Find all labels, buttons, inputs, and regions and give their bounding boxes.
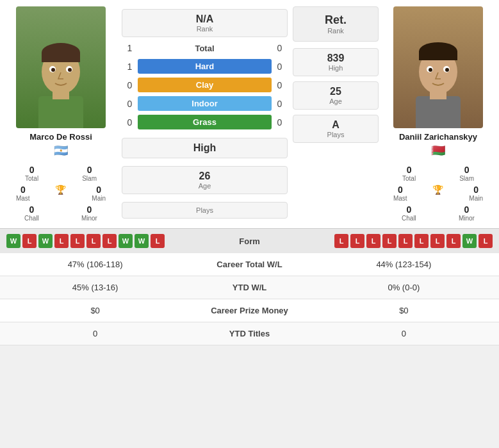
right-mast-label: Mast: [393, 195, 407, 202]
clay-row: 0 Clay 0: [122, 78, 288, 92]
svg-point-8: [68, 68, 72, 72]
right-slam-value: 0: [464, 165, 470, 175]
right-main-value: 0: [473, 185, 479, 195]
form-badge-left: L: [86, 234, 101, 248]
right-main-label: Main: [469, 195, 483, 202]
right-age-box: 25 Age: [293, 81, 379, 110]
total-right-score: 0: [272, 43, 288, 53]
right-player-flag: 🇧🇾: [431, 144, 445, 158]
left-chall-value: 0: [29, 204, 35, 215]
stat-center-label: Career Prize Money: [190, 299, 309, 322]
right-minor-label: Minor: [459, 215, 475, 222]
left-total-label: Total: [25, 175, 38, 182]
form-label: Form: [211, 236, 288, 246]
form-badge-right: L: [479, 234, 493, 248]
total-row: 1 Total 0: [122, 43, 288, 53]
left-trophy-icon: 🏆: [55, 185, 66, 195]
right-trophy-icon: 🏆: [432, 185, 443, 195]
svg-point-17: [445, 68, 449, 72]
hard-button[interactable]: Hard: [138, 59, 272, 74]
stat-left-value: 47% (106-118): [0, 253, 190, 276]
form-badge-right: L: [414, 234, 429, 248]
right-high-label: High: [329, 64, 343, 72]
indoor-right-score: 0: [272, 99, 288, 109]
stat-left-value: 0: [0, 322, 190, 345]
hard-left-score: 1: [122, 62, 138, 72]
form-badge-right: L: [334, 234, 348, 248]
svg-point-7: [51, 68, 55, 72]
main-container: Marco De Rossi 🇦🇷 0 Total 0 Slam 0: [0, 0, 499, 345]
stat-left-value: 45% (13-16): [0, 276, 190, 299]
svg-rect-9: [416, 96, 461, 128]
left-minor-label: Minor: [81, 215, 97, 222]
left-high-value: High: [193, 142, 217, 154]
right-high-box: 839 High: [293, 48, 379, 76]
right-total-label: Total: [402, 175, 416, 182]
form-badge-left: W: [6, 234, 20, 248]
form-badge-left: L: [102, 234, 117, 248]
left-slam-label: Slam: [82, 175, 97, 182]
right-player-section: Daniil Zarichanskyy 🇧🇾 0 Total 0 Slam 0: [380, 6, 496, 222]
form-badge-left: L: [70, 234, 85, 248]
right-plays-label: Plays: [327, 131, 345, 138]
left-minor-value: 0: [87, 204, 92, 215]
stat-right-value: $0: [309, 299, 499, 322]
form-right: LLLLLLLLWL: [288, 234, 493, 248]
left-slam-value: 0: [87, 165, 92, 175]
form-section: WLWLLLLWWL Form LLLLLLLLWL: [0, 228, 499, 253]
right-plays-box: A Plays: [293, 115, 379, 143]
hard-row: 1 Hard 0: [122, 59, 288, 74]
total-left-score: 1: [122, 43, 138, 53]
right-plays-value: A: [332, 119, 339, 131]
form-badge-left: L: [22, 234, 37, 248]
right-age-value: 25: [330, 86, 341, 97]
form-badge-right: L: [398, 234, 413, 248]
left-age-label: Age: [199, 182, 211, 190]
indoor-row: 0 Indoor 0: [122, 96, 288, 111]
right-player-photo: [393, 6, 483, 128]
form-badge-left: L: [54, 234, 69, 248]
form-badge-right: L: [382, 234, 397, 248]
right-rank-box: Ret. Rank: [293, 6, 379, 42]
stats-row: 47% (106-118)Career Total W/L44% (123-15…: [0, 253, 499, 276]
form-badge-right: L: [350, 234, 364, 248]
left-age-value: 26: [199, 170, 211, 182]
right-rank-label: Rank: [327, 27, 344, 35]
stats-row: 45% (13-16)YTD W/L0% (0-0): [0, 276, 499, 299]
left-plays-label: Plays: [196, 206, 213, 214]
grass-left-score: 0: [122, 117, 138, 128]
form-badge-right: L: [446, 234, 461, 248]
right-total-value: 0: [407, 165, 412, 175]
top-section: Marco De Rossi 🇦🇷 0 Total 0 Slam 0: [0, 0, 499, 228]
stats-row: $0Career Prize Money$0: [0, 299, 499, 322]
stat-left-value: $0: [0, 299, 190, 322]
right-chall-label: Chall: [402, 215, 416, 222]
total-label: Total: [138, 44, 272, 53]
right-info-section: Ret. Rank 839 High 25 Age A Plays: [291, 6, 380, 222]
indoor-left-score: 0: [122, 99, 138, 109]
grass-button[interactable]: Grass: [138, 115, 272, 129]
left-player-name: Marco De Rossi: [29, 132, 92, 142]
left-player-photo: [16, 6, 106, 128]
form-badge-left: W: [38, 234, 53, 248]
stats-row: 0YTD Titles0: [0, 322, 499, 345]
left-main-label: Main: [92, 195, 106, 202]
indoor-button[interactable]: Indoor: [138, 96, 272, 111]
clay-button[interactable]: Clay: [138, 78, 272, 92]
left-main-value: 0: [96, 185, 101, 195]
form-badge-left: W: [135, 234, 149, 248]
right-mast-value: 0: [398, 185, 403, 195]
form-badge-right: L: [366, 234, 380, 248]
stat-right-value: 44% (123-154): [309, 253, 499, 276]
right-chall-value: 0: [407, 204, 412, 215]
left-total-value: 0: [29, 165, 35, 175]
grass-right-score: 0: [272, 117, 288, 128]
left-rank-label: Rank: [197, 25, 213, 33]
right-rank-value: Ret.: [325, 13, 347, 27]
left-age-box: 26 Age: [122, 166, 288, 194]
clay-right-score: 0: [272, 80, 288, 90]
right-age-label: Age: [329, 97, 342, 105]
right-player-stats: 0 Total 0 Slam 0 Mast 🏆: [380, 162, 496, 222]
left-rank-value: N/A: [196, 13, 214, 25]
grass-row: 0 Grass 0: [122, 115, 288, 129]
